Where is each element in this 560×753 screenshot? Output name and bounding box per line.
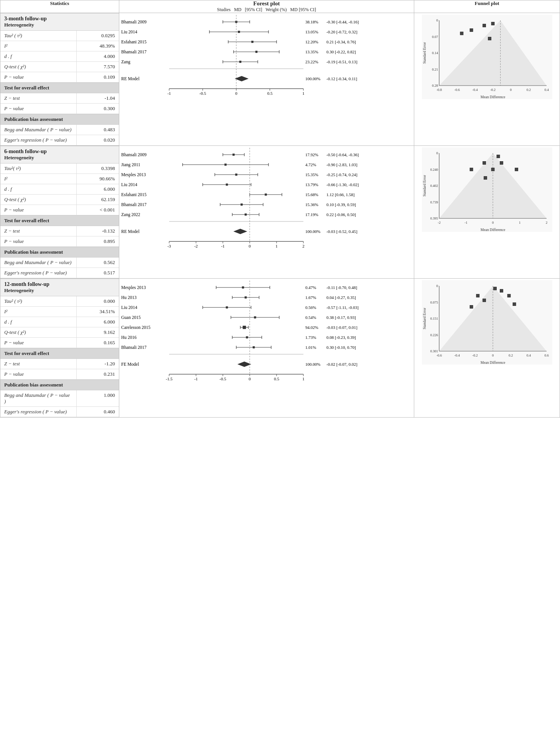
stats-value: 1.000 [77,390,119,406]
header-forest: Forest plot Studies MD [95% CI] Weight (… [119,0,414,13]
stats-value: 0.517 [77,268,119,278]
svg-text:15.68%: 15.68% [305,192,318,197]
stats-label: Q-test ( χ²) [0,327,77,337]
svg-text:Bhansali 2017: Bhansali 2017 [121,50,147,54]
svg-rect-97 [226,184,228,186]
svg-text:1.01%: 1.01% [305,345,316,350]
stats-label: P − value [0,338,77,348]
svg-text:17.19%: 17.19% [305,212,318,217]
svg-rect-254 [476,294,479,297]
svg-text:Zang: Zang [121,59,130,64]
stats-label: P − value [0,236,77,246]
stats-value: 7.570 [77,62,119,72]
svg-text:0.08 [-0.23, 0.39]: 0.08 [-0.23, 0.39] [326,335,356,340]
svg-text:15.36%: 15.36% [305,202,318,207]
svg-rect-163 [491,168,494,171]
svg-text:Bhansali 2009: Bhansali 2009 [121,152,147,157]
stats-label: d . f [0,317,77,327]
stats-value: 0.109 [77,72,119,82]
stats-label: P − value [0,72,77,82]
svg-text:0.4: 0.4 [544,88,549,92]
stats-row: Egger's regression ( P − value) 0.517 [0,268,119,278]
stats-label: Begg and Mazumdar ( P − value) [0,125,77,135]
svg-text:RE Model: RE Model [121,76,140,81]
svg-text:-0.6: -0.6 [436,353,442,357]
svg-text:0.6: 0.6 [544,353,549,357]
overall-effect-header: Test for overall effect [0,215,119,226]
stats-row: P − value 0.895 [0,236,119,247]
svg-rect-256 [483,299,486,302]
stats-value: 90.66% [77,174,119,184]
svg-text:1: 1 [275,244,278,248]
stats-row: Begg and Mazumdar ( P − value ) 1.000 [0,390,119,407]
stats-value: 6.000 [77,184,119,194]
svg-rect-71 [483,24,486,27]
svg-rect-161 [500,162,503,165]
svg-text:-0.4: -0.4 [472,88,478,92]
svg-text:0.30 [-0.10, 0.70]: 0.30 [-0.10, 0.70] [326,345,356,350]
svg-rect-253 [500,289,503,292]
svg-text:Mean Difference: Mean Difference [480,228,505,232]
svg-text:13.05%: 13.05% [305,30,318,34]
stats-label: Egger's regression ( P − value) [0,407,77,417]
svg-text:Hu 2016: Hu 2016 [121,335,137,340]
section-6month: 6-month follow-up Heterogeneity Tau²( τ²… [0,146,560,279]
stats-6month: 6-month follow-up Heterogeneity Tau²( τ²… [0,146,119,279]
stats-row: P − value 0.231 [0,369,119,380]
svg-text:1.73%: 1.73% [305,335,316,340]
stats-row: P − value 0.300 [0,104,119,114]
stats-value: 0.0295 [77,31,119,41]
svg-marker-52 [439,20,547,86]
svg-text:-3: -3 [167,244,171,248]
svg-text:15.35%: 15.35% [305,172,318,177]
svg-text:-1: -1 [464,221,468,225]
stats-row: P − value < 0.001 [0,205,119,215]
svg-text:0: 0 [249,244,251,248]
svg-text:-0.30 [-0.44, -0.16]: -0.30 [-0.44, -0.16] [326,20,359,24]
svg-text:-0.03 [-0.52, 0.45]: -0.03 [-0.52, 0.45] [326,229,357,234]
stats-row: Z − test -0.132 [0,226,119,236]
svg-rect-22 [255,51,257,53]
svg-text:38.18%: 38.18% [305,20,318,24]
svg-text:0.07: 0.07 [432,35,438,39]
stats-label: Egger's regression ( P − value) [0,268,77,278]
stats-value: 34.51% [77,307,119,317]
stats-value: 0.895 [77,236,119,246]
svg-text:13.35%: 13.35% [305,50,318,54]
svg-text:-2: -2 [438,221,441,225]
forest-3month: Bhansali 2009 38.18% -0.30 [-0.44, -0.16… [119,13,414,146]
svg-text:-0.8: -0.8 [436,88,442,92]
svg-text:0: 0 [436,284,438,288]
svg-text:0.4: 0.4 [526,353,531,357]
stats-label: d . f [0,184,77,194]
svg-text:-0.5: -0.5 [199,91,206,96]
svg-marker-36 [235,76,249,81]
stats-row: Q-test ( χ²) 7.570 [0,62,119,72]
svg-text:Mean Difference: Mean Difference [480,361,505,365]
stats-3month: 3-month follow-up Heterogeneity Tau² ( τ… [0,13,119,146]
svg-rect-181 [226,307,228,309]
stats-value: 62.159 [77,195,119,205]
stats-value: 0.300 [77,104,119,114]
svg-rect-257 [513,303,516,306]
svg-text:0.301: 0.301 [430,349,438,353]
svg-rect-202 [246,337,248,339]
svg-text:0.151: 0.151 [430,317,438,320]
stats-row: Egger's regression ( P − value) 0.020 [0,135,119,145]
stats-label: d . f [0,51,77,61]
svg-text:-0.6: -0.6 [454,88,460,92]
stats-value: 6.000 [77,317,119,327]
pub-bias-header: Publication bias assessment [0,114,119,125]
stats-row: Q-test ( χ²) 9.162 [0,327,119,338]
svg-rect-76 [232,154,234,156]
stats-row: Begg and Mazumdar ( P − value) 0.562 [0,258,119,268]
svg-rect-162 [470,168,473,171]
svg-text:Liu 2014: Liu 2014 [121,30,137,34]
svg-text:2: 2 [302,244,305,248]
stats-row: Tau² ( τ²) 0.000 [0,296,119,307]
stats-label: P − value [0,369,77,379]
stats-label: I² [0,307,77,317]
svg-text:0.38 [-0.17, 0.93]: 0.38 [-0.17, 0.93] [326,315,356,320]
stats-row: Q-test ( χ²) 62.159 [0,195,119,205]
svg-text:0: 0 [492,221,494,225]
